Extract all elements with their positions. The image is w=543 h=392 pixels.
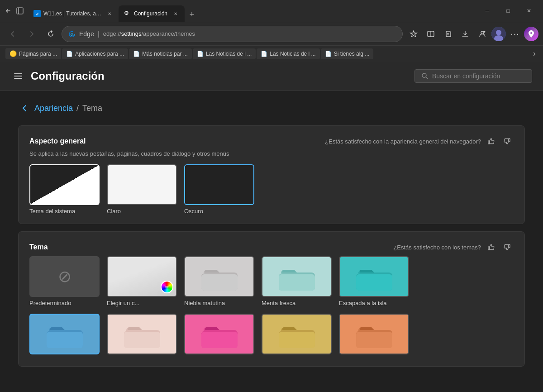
skin-default-preview: ⊘ [29,256,100,297]
theme-option-light[interactable]: Claro [107,164,177,215]
hamburger-menu-button[interactable] [11,69,25,83]
maximize-button[interactable]: □ [498,3,519,19]
search-icon [421,72,429,80]
bookmark-item-3[interactable]: 📄 Más noticias par ... [129,48,192,59]
skin-pink-bright-preview [184,314,254,354]
collections-button[interactable] [440,26,456,42]
aspect-section-description: Se aplica a las nuevas pestañas, páginas… [29,150,514,157]
skin-option-orange[interactable] [339,314,409,357]
bookmarks-more-button[interactable]: › [531,47,538,60]
svg-rect-23 [279,274,315,291]
new-tab-button[interactable]: + [185,7,199,22]
skin-option-island-escape[interactable]: Escapada a la isla [339,256,409,306]
themes-thumbsup-button[interactable] [485,241,497,253]
address-bar[interactable]: Edge | edge://settings/appearance/themes [62,26,403,42]
bookmark-3-icon: 📄 [133,51,140,57]
minimize-button[interactable]: ─ [477,3,498,19]
theme-option-dark[interactable]: Oscuro [184,164,254,215]
title-bar: W W11.es | Tutoriales, aplicaciones y...… [0,0,543,22]
bookmark-2-icon: 📄 [66,51,73,57]
breadcrumb: Apariencia / Tema [18,102,525,115]
tab-settings-favicon: ⚙ [124,10,131,17]
tab-w11[interactable]: W W11.es | Tutoriales, aplicaciones y...… [28,5,119,22]
settings-title: Configuración [31,70,105,82]
skin-option-default[interactable]: ⊘ Predeterminado [29,256,100,306]
browser-back-btn[interactable] [4,6,13,15]
breadcrumb-back-button[interactable] [18,102,31,115]
skin-option-fresh-mint[interactable]: Menta fresca [262,256,332,306]
skin-options-row1: ⊘ Predeterminado ✏ Elegir un c... [29,256,514,306]
aspect-section: Aspecto general ¿Estás satisfecho con la… [18,125,525,224]
skin-option-blue[interactable] [29,314,100,357]
account-sync-button[interactable] [474,26,491,42]
theme-system-preview [29,164,100,205]
themes-thumbsdown-button[interactable] [501,241,514,253]
refresh-button[interactable] [43,26,59,42]
skin-option-pink-bright[interactable] [184,314,254,357]
tab-w11-close[interactable]: ✕ [106,10,113,17]
skin-orange-preview [339,314,409,354]
svg-text:W: W [35,12,39,16]
no-sign-icon: ⊘ [58,267,71,286]
svg-rect-25 [47,332,83,348]
svg-point-11 [496,30,501,35]
tab-bar: W W11.es | Tutoriales, aplicaciones y...… [28,0,475,22]
skin-island-escape-label: Escapada a la isla [339,300,387,306]
skin-option-morning-fog[interactable]: Niebla matutina [184,256,254,306]
skin-fresh-mint-label: Menta fresca [262,300,295,306]
address-brand: Edge [79,30,94,38]
skin-options-row2 [29,314,514,357]
aspect-section-header: Aspecto general ¿Estás satisfecho con la… [29,135,514,148]
theme-dark-preview [184,164,254,205]
theme-dark-label: Oscuro [184,208,203,215]
theme-option-system[interactable]: Tema del sistema [29,164,100,215]
svg-rect-28 [279,332,315,348]
skin-option-pink-light[interactable] [107,314,177,357]
skin-option-custom[interactable]: ✏ Elegir un c... [107,256,177,306]
color-wheel-icon: ✏ [161,281,173,293]
tab-w11-label: W11.es | Tutoriales, aplicaciones y... [43,10,101,17]
discover-button[interactable] [524,27,538,41]
download-button[interactable] [457,26,473,42]
themes-section-title: Tema [29,243,48,251]
aspect-feedback: ¿Estás satisfecho con la apariencia gene… [325,135,514,148]
skin-custom-label: Elegir un c... [107,300,139,306]
aspect-thumbsup-button[interactable] [485,135,497,148]
forward-button[interactable] [24,26,40,42]
bookmark-5-icon: 📄 [261,51,267,57]
svg-rect-26 [124,332,160,348]
breadcrumb-separator: / [76,104,79,113]
skin-blue-preview [29,314,100,354]
bookmark-item-5[interactable]: 📄 Las Noticias de l ... [257,48,319,59]
more-options-button[interactable]: ··· [507,26,523,42]
bookmark-item-4[interactable]: 📄 Las Noticias de l ... [193,48,256,59]
browser-sidebar-btn[interactable] [15,6,24,15]
tab-settings[interactable]: ⚙ Configuración ✕ [119,5,185,22]
bookmark-4-icon: 📄 [197,51,204,57]
settings-content: Apariencia / Tema Aspecto general ¿Estás… [0,91,543,392]
skin-option-yellow[interactable] [262,314,332,357]
svg-rect-22 [201,274,238,291]
bookmark-3-label: Más noticias par ... [142,51,188,57]
favorite-button[interactable] [405,26,422,42]
bookmark-item-2[interactable]: 📄 Aplicaciones para ... [62,48,128,59]
back-button[interactable] [5,26,21,42]
aspect-thumbsdown-button[interactable] [501,135,514,148]
split-view-button[interactable] [423,26,439,42]
svg-rect-29 [356,332,392,348]
svg-line-17 [426,77,428,79]
settings-search-input[interactable] [432,72,525,80]
bookmark-6-label: Si tienes alg ... [334,51,370,57]
skin-fresh-mint-preview [262,256,332,297]
skin-yellow-preview [262,314,332,354]
bookmark-4-label: Las Noticias de l ... [206,51,252,57]
breadcrumb-parent-link[interactable]: Apariencia [34,104,73,113]
settings-search[interactable] [414,69,532,83]
tab-settings-label: Configuración [134,10,167,17]
svg-rect-18 [488,141,490,144]
tab-settings-close[interactable]: ✕ [172,10,179,17]
bookmark-item-1[interactable]: 🟡 Páginas para ... [5,48,61,59]
close-button[interactable]: ✕ [519,3,539,19]
profile-avatar[interactable] [491,27,506,41]
bookmark-item-6[interactable]: 📄 Si tienes alg ... [321,48,374,59]
